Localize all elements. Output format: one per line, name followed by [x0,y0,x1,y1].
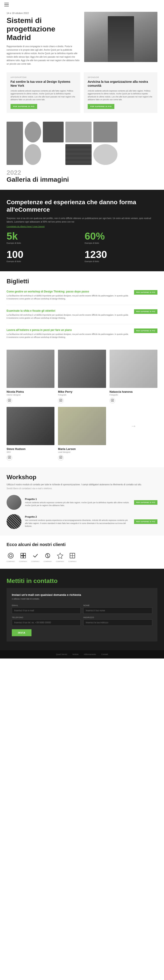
gallery-year: 2022 [6,169,158,176]
team-instagram-3[interactable] [6,455,12,461]
ticket-item-2: Lavora all'indietro e pensa in pezzi per… [6,328,158,339]
team-role-0: Interior designer [6,394,21,396]
team-instagram-2[interactable] [110,398,115,403]
gallery-item-7 [65,144,92,165]
skills-section: Competenze ed esperienza che danno forma… [0,190,164,271]
client-icon-2 [31,552,40,560]
cards-section: Affopartemi Fai sentire la tua voce al D… [0,72,164,119]
team-instagram-0[interactable] [6,398,12,403]
address-input[interactable] [83,619,152,626]
svg-rect-22 [21,556,23,558]
form-row-2: Telefono Indirizzo [12,616,152,626]
team-instagram-1[interactable] [58,398,64,403]
gallery-item-4 [65,122,92,142]
team-photo-0 [6,350,54,388]
card-btn-0[interactable]: PER SAPERNE DI PIÙ [11,104,37,109]
project-left-1: Progetto 2 Vari commenti rendono questa … [6,514,134,529]
ticket-btn-2[interactable]: PER SAPERNE DI PIÙ [134,328,158,333]
team-member-0: Nicola Pietra Interior designer [6,350,54,403]
ticket-item-0: Come gestire un workshop di Design Think… [6,290,158,305]
svg-rect-1 [4,4,9,5]
ticket-title-1: Esaminate la sfida e fissate gli obietti… [6,309,130,312]
submit-button[interactable]: INVIA [12,629,32,636]
ticket-title-2: Lavora all'indietro e pensa in pezzi per… [6,328,130,331]
team-arrow-cell[interactable]: → [110,407,158,445]
team-role-3: SEO [6,451,11,453]
skills-link[interactable]: Completato da Alberto Fereri | Inver Der… [6,225,158,228]
gallery-item-2 [43,122,64,142]
instagram-icon-1 [59,399,62,402]
team-name-0: Nicola Pietra [6,390,24,393]
phone-input[interactable] [12,619,81,626]
email-input[interactable] [12,608,81,614]
stat-label-0: Esempio di titolo [6,242,80,244]
svg-rect-6 [59,399,62,402]
client-0: COMPANY [6,552,15,562]
team-row-1: Nicola Pietra Interior designer Mike Per… [6,350,158,403]
team-photo-2 [110,350,158,388]
stat-number-3: 1230 [84,250,158,259]
client-name-2: COMPANY [31,561,40,562]
hero-image [84,12,158,62]
client-icon-0 [6,552,15,560]
client-icon-1 [19,552,27,560]
footer-link-1[interactable]: Notizie [72,653,78,655]
gallery-item-8 [93,144,118,165]
workshop-contact-note: Sentiti libero di contattarci via e-mail… [6,487,158,490]
name-field-group: Nome [83,605,152,614]
email-field-group: Email [12,605,81,614]
svg-rect-20 [21,553,23,555]
client-2: COMPANY [31,552,40,562]
project-text-0: Articolo sedente articolo espresso conte… [25,501,131,507]
hero-title: Sistemi di progettazione Madrid [6,16,80,42]
card-desc-1: Articolo sedente articolo espresso conte… [88,89,153,101]
footer-link-0[interactable]: Quad Servizi [56,653,67,655]
team-instagram-4[interactable] [58,455,64,461]
team-role-2: Fotografo [110,394,118,396]
svg-rect-3 [8,399,11,402]
client-icon-5 [68,552,76,560]
client-name-5: COMPANY [68,561,76,562]
next-arrow-icon: → [131,423,137,430]
stat-0: 5k Esempio di titolo [6,231,80,244]
card-label-1: Sponsor [88,76,153,78]
project-left-0: Progetto 1 Articolo sedente articolo esp… [6,495,134,510]
svg-point-4 [9,400,10,401]
project-label-1: Progetto 2 [25,515,131,518]
ticket-desc-1: La facilitazione del workshop è un'abili… [6,313,130,320]
contact-section-title: Mettiti in contatto [6,578,158,584]
address-field-group: Indirizzo [83,616,152,626]
footer-link-3[interactable]: Contatti [101,653,108,655]
hero-description: Rappresentante di una compagnia in modo … [6,45,80,66]
card-btn-1[interactable]: PER SAPERNE DI PIÙ [88,104,115,109]
svg-rect-9 [111,399,114,402]
stat-label-1: Esempio di titolo [84,242,158,244]
svg-rect-21 [23,553,25,555]
client-icon-3 [43,552,52,560]
email-label: Email [12,605,81,606]
svg-rect-2 [4,6,9,6]
skills-title: Competenze ed esperienza che danno forma… [6,199,158,213]
project-btn-1[interactable]: PER SAPERNE DI PIÙ [134,519,158,524]
project-btn-0[interactable]: PER SAPERNE DI PIÙ [134,500,158,505]
instagram-icon-4 [59,456,62,460]
team-row-2: Steve Hudson SEO Maria Larson Lead desig… [6,407,158,461]
card-title-0: Fai sentire la tua voce al Design System… [11,80,76,88]
team-section: Nicola Pietra Interior designer Mike Per… [0,347,164,467]
team-member-4: Maria Larson Lead designer [58,407,106,461]
card-sponsor: Sponsor Avvicina la tua organizzazione a… [84,72,158,113]
ticket-btn-0[interactable]: PER SAPERNE DI PIÙ [134,290,158,294]
footer-link-2[interactable]: Abbonamento [84,653,96,655]
ticket-item-1: Esaminate la sfida e fissate gli obietti… [6,309,158,324]
team-name-4: Maria Larson [58,447,76,450]
team-member-2: Natascia Ivanova Fotografo [110,350,158,403]
project-item-0: Progetto 1 Articolo sedente articolo esp… [6,495,158,510]
name-input[interactable] [83,608,152,614]
ticket-btn-1[interactable]: PER SAPERNE DI PIÙ [134,309,158,314]
gallery-item-3 [6,122,23,165]
clients-title: Ecco alcuni dei nostri clienti [6,542,158,547]
stat-1: 60% Esempio di titolo [84,231,158,244]
client-5: COMPANY [68,552,76,562]
hamburger-icon[interactable] [4,3,9,7]
ticket-content-2: Lavora all'indietro e pensa in pezzi per… [6,328,134,339]
